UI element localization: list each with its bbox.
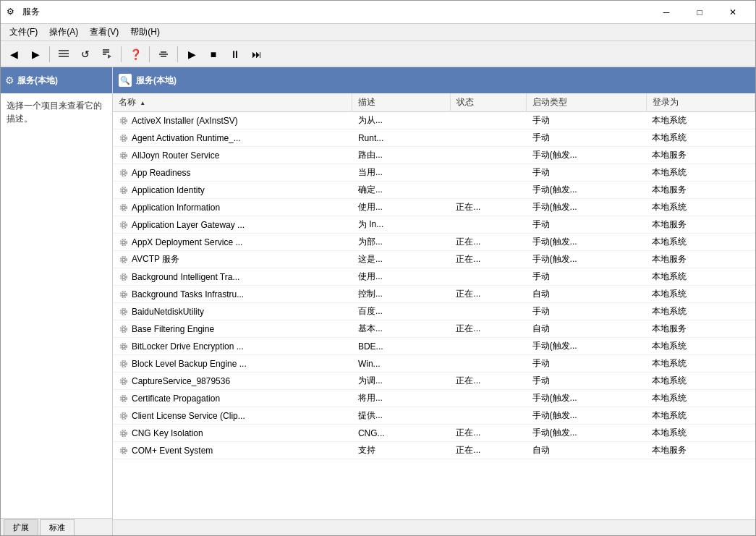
- sidebar-description: 选择一个项目来查看它的描述。: [7, 101, 102, 124]
- maximize-button[interactable]: □: [683, 1, 716, 24]
- table-row[interactable]: Application Layer Gateway ...为 In...手动本地…: [113, 216, 755, 234]
- table-row[interactable]: AllJoyn Router Service路由...手动(触发...本地服务: [113, 147, 755, 164]
- svg-point-17: [121, 169, 127, 176]
- minimize-button[interactable]: ─: [650, 1, 683, 24]
- restart-service-button[interactable]: ⏭: [247, 44, 267, 64]
- service-startup-cell: 手动(触发...: [527, 147, 646, 164]
- table-row[interactable]: Base Filtering Engine基本...正在...自动本地服务: [113, 320, 755, 338]
- service-name-cell: Application Layer Gateway ...: [113, 216, 352, 234]
- svg-rect-8: [161, 51, 166, 53]
- service-desc-cell: 控制...: [352, 286, 450, 303]
- service-name-cell: Base Filtering Engine: [113, 320, 352, 338]
- service-name-cell: AllJoyn Router Service: [113, 147, 352, 164]
- toolbar-sep-1: [49, 46, 50, 62]
- service-desc-cell: 提供...: [352, 407, 450, 425]
- col-startup[interactable]: 启动类型: [527, 93, 646, 112]
- gear-icon-row: [119, 168, 129, 178]
- table-row[interactable]: Background Tasks Infrastru...控制...正在...自…: [113, 286, 755, 303]
- table-row[interactable]: Client License Service (Clip...提供...手动(触…: [113, 407, 755, 425]
- svg-point-30: [122, 292, 125, 295]
- table-row[interactable]: AVCTP 服务这是...正在...手动(触发...本地服务: [113, 251, 755, 268]
- service-login-cell: 本地系统: [646, 390, 755, 407]
- svg-point-36: [122, 344, 125, 347]
- col-login[interactable]: 登录为: [646, 93, 755, 112]
- toolbar-sep-3: [149, 46, 150, 62]
- back-button[interactable]: ◀: [4, 44, 24, 64]
- service-startup-cell: 自动: [527, 286, 646, 303]
- svg-point-20: [122, 205, 125, 208]
- service-startup-cell: 手动(触发...: [527, 234, 646, 251]
- sort-arrow-name: ▲: [140, 100, 145, 106]
- menu-view[interactable]: 查看(V): [84, 25, 124, 40]
- gear-icon-row: [119, 133, 129, 143]
- svg-point-38: [122, 362, 125, 365]
- table-row[interactable]: AppX Deployment Service ...为部...正在...手动(…: [113, 234, 755, 251]
- connect-icon: [158, 48, 169, 60]
- forward-button[interactable]: ▶: [25, 44, 46, 64]
- table-row[interactable]: Block Level Backup Engine ...Win...手动本地系…: [113, 355, 755, 373]
- menu-action[interactable]: 操作(A): [43, 25, 84, 40]
- table-row[interactable]: BitLocker Drive Encryption ...BDE...手动(触…: [113, 338, 755, 355]
- table-row[interactable]: Background Intelligent Tra...使用...手动本地系统: [113, 268, 755, 286]
- service-startup-cell: 手动: [527, 164, 646, 182]
- table-row[interactable]: ActiveX Installer (AxInstSV)为从...手动本地系统: [113, 112, 755, 129]
- service-login-cell: 本地服务: [646, 216, 755, 234]
- menu-file[interactable]: 文件(F): [4, 25, 43, 40]
- service-name-cell: BaiduNetdiskUtility: [113, 303, 352, 320]
- col-status[interactable]: 状态: [450, 93, 526, 112]
- refresh-button[interactable]: ↺: [75, 44, 95, 64]
- svg-point-44: [122, 414, 125, 417]
- service-startup-cell: 手动(触发...: [527, 251, 646, 268]
- service-desc-cell: 将用...: [352, 390, 450, 407]
- svg-rect-9: [161, 56, 166, 57]
- service-login-cell: 本地系统: [646, 268, 755, 286]
- service-login-cell: 本地系统: [646, 373, 755, 390]
- table-row[interactable]: App Readiness当用...手动本地系统: [113, 164, 755, 182]
- sidebar-header-text: 服务(本地): [17, 75, 58, 87]
- table-row[interactable]: Application Identity确定...手动(触发...本地服务: [113, 182, 755, 199]
- col-desc[interactable]: 描述: [352, 93, 450, 112]
- service-name-cell: Application Identity: [113, 182, 352, 199]
- service-status-cell: [450, 129, 526, 147]
- gear-icon-row: [119, 428, 129, 438]
- start-service-button[interactable]: ▶: [182, 44, 202, 64]
- col-name[interactable]: 名称 ▲: [113, 93, 352, 112]
- svg-point-24: [122, 240, 125, 243]
- table-row[interactable]: CNG Key IsolationCNG...正在...手动(触发...本地系统: [113, 425, 755, 442]
- table-row[interactable]: BaiduNetdiskUtility百度...手动本地系统: [113, 303, 755, 320]
- export-list-button[interactable]: [97, 44, 117, 64]
- service-name-cell: Certificate Propagation: [113, 390, 352, 407]
- table-row[interactable]: Agent Activation Runtime_...Runt...手动本地系…: [113, 129, 755, 147]
- table-row[interactable]: COM+ Event System支持正在...自动本地服务: [113, 442, 755, 459]
- stop-service-button[interactable]: ■: [203, 44, 224, 64]
- menu-help[interactable]: 帮助(H): [124, 25, 166, 40]
- table-row[interactable]: Application Information使用...正在...手动(触发..…: [113, 199, 755, 216]
- connect-button[interactable]: [153, 44, 174, 64]
- service-status-cell: 正在...: [450, 442, 526, 459]
- table-row[interactable]: CaptureService_9879536为调...正在...手动本地系统: [113, 373, 755, 390]
- svg-point-13: [121, 135, 127, 141]
- service-name-cell: CaptureService_9879536: [113, 373, 352, 390]
- table-row[interactable]: Certificate Propagation将用...手动(触发...本地系统: [113, 390, 755, 407]
- service-startup-cell: 手动(触发...: [527, 182, 646, 199]
- help-button[interactable]: ❓: [125, 44, 145, 64]
- gear-icon-row: [119, 307, 129, 317]
- service-desc-cell: Win...: [352, 355, 450, 373]
- services-table-wrapper[interactable]: 名称 ▲ 描述 状态 启动类型 登录为 ActiveX Installer (A…: [113, 93, 755, 519]
- service-startup-cell: 手动: [527, 303, 646, 320]
- gear-icon-row: [119, 359, 129, 369]
- show-scope-button[interactable]: [54, 44, 74, 64]
- svg-point-29: [121, 273, 127, 280]
- service-desc-cell: 为从...: [352, 112, 450, 129]
- tab-extend[interactable]: 扩展: [4, 519, 38, 535]
- svg-point-26: [122, 258, 125, 260]
- service-startup-cell: 手动: [527, 216, 646, 234]
- service-login-cell: 本地服务: [646, 320, 755, 338]
- service-status-cell: [450, 216, 526, 234]
- pause-service-button[interactable]: ⏸: [225, 44, 245, 64]
- close-button[interactable]: ✕: [716, 1, 749, 24]
- service-desc-cell: 为调...: [352, 373, 450, 390]
- tab-standard[interactable]: 标准: [40, 519, 75, 535]
- services-tbody: ActiveX Installer (AxInstSV)为从...手动本地系统A…: [113, 112, 755, 459]
- service-desc-cell: 使用...: [352, 268, 450, 286]
